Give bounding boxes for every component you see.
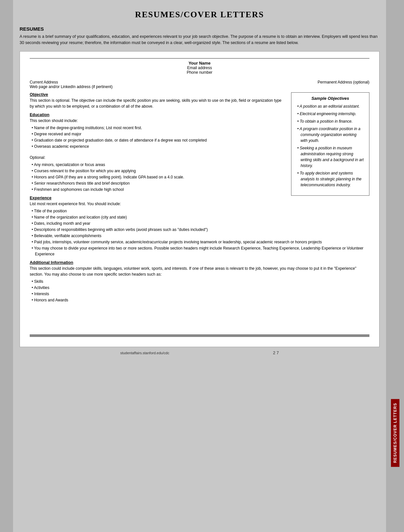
- edu-bullet-0: • Name of the degree-granting institutio…: [30, 125, 286, 131]
- page-number: 2 7: [273, 350, 279, 355]
- exp-bullet-5: • Paid jobs, internships, volunteer comm…: [30, 239, 369, 245]
- two-col-section: Objective This section is optional. The …: [30, 92, 369, 196]
- add-bullet-2: • Interests: [30, 291, 369, 297]
- exp-bullet-6: • You may choose to divide your experien…: [30, 245, 369, 257]
- bottom-rule: [30, 334, 369, 337]
- exp-bullet-3: • Descriptions of responsibilities begin…: [30, 227, 369, 233]
- address-left: Current Address Web page and/or LinkedIn…: [30, 80, 113, 89]
- right-tab: RESUMES/COVER LETTERS: [391, 399, 399, 467]
- add-bullet-0: • Skills: [30, 279, 369, 284]
- education-intro: This section should include:: [30, 118, 286, 124]
- left-col: Objective This section is optional. The …: [30, 92, 286, 196]
- experience-intro: List most recent experience first. You s…: [30, 201, 369, 207]
- main-content: RESUMES/COVER LETTERS RESUMES A resume i…: [13, 0, 386, 532]
- opt-bullet-0: • Any minors, specialization or focus ar…: [30, 162, 286, 168]
- sample-obj-4: • Seeking a position in museum administr…: [296, 145, 365, 169]
- exp-bullet-4: • Believable, verifiable accomplishments: [30, 233, 369, 239]
- opt-bullet-2: • Honors and GPA (if they are a strong s…: [30, 174, 286, 180]
- opt-bullet-1: • Courses relevant to the position for w…: [30, 168, 286, 174]
- edu-bullet-2: • Graduation date or projected graduatio…: [30, 137, 286, 143]
- resume-header: Your Name Email address Phone number: [30, 61, 369, 75]
- objective-section: Objective This section is optional. The …: [30, 92, 286, 109]
- exp-bullet-0: • Title of the position: [30, 208, 369, 214]
- objective-label: Objective: [30, 92, 286, 97]
- top-rule: [30, 58, 369, 59]
- right-border: RESUMES/COVER LETTERS: [386, 0, 404, 532]
- sample-obj-2: • To obtain a position in finance.: [296, 118, 365, 124]
- exp-bullet-2: • Dates, including month and year: [30, 220, 369, 226]
- sample-obj-1: • Electrical engineering internship.: [296, 111, 365, 117]
- education-label: Education: [30, 113, 286, 117]
- additional-section: Additional Information This section coul…: [30, 260, 369, 303]
- footer: studentaffairs.stanford.edu/cdc 2 7: [20, 350, 380, 355]
- left-border: [0, 0, 13, 532]
- page-wrapper: RESUMES/COVER LETTERS RESUMES A resume i…: [0, 0, 404, 532]
- sample-obj-0: • A position as an editorial assistant.: [296, 103, 365, 109]
- opt-bullet-3: • Senior research/honors thesis title an…: [30, 180, 286, 186]
- permanent-address: Permanent Address (optional): [318, 80, 369, 89]
- address-row: Current Address Web page and/or LinkedIn…: [30, 80, 369, 89]
- current-address: Current Address: [30, 80, 113, 84]
- sample-obj-3: • A program coordinator position in a co…: [296, 126, 365, 144]
- opt-bullet-4: • Freshmen and sophomores can include hi…: [30, 187, 286, 192]
- web-address: Web page and/or LinkedIn address (if per…: [30, 84, 113, 89]
- edu-bullet-3: • Overseas academic experience: [30, 144, 286, 149]
- experience-label: Experience: [30, 196, 369, 200]
- resume-box: Your Name Email address Phone number Cur…: [20, 51, 380, 347]
- edu-bullet-1: • Degree received and major: [30, 131, 286, 137]
- resumes-heading: RESUMES: [20, 26, 380, 32]
- optional-label: Optional:: [30, 155, 286, 160]
- additional-label: Additional Information: [30, 260, 369, 265]
- education-section: Education This section should include: •…: [30, 113, 286, 192]
- resumes-intro: A resume is a brief summary of your qual…: [20, 34, 380, 46]
- resume-phone: Phone number: [30, 70, 369, 75]
- add-bullet-1: • Activities: [30, 285, 369, 291]
- objective-text: This section is optional. The objective …: [30, 98, 286, 109]
- sample-objectives-box: Sample Objectives • A position as an edi…: [291, 92, 369, 196]
- experience-section: Experience List most recent experience f…: [30, 196, 369, 257]
- resume-email: Email address: [30, 66, 369, 70]
- sample-objectives-title: Sample Objectives: [296, 96, 365, 101]
- footer-url: studentaffairs.stanford.edu/cdc: [120, 351, 169, 355]
- page-title: RESUMES/COVER LETTERS: [20, 10, 380, 20]
- add-bullet-3: • Honors and Awards: [30, 297, 369, 303]
- resume-name: Your Name: [30, 61, 369, 66]
- additional-text: This section could include computer skil…: [30, 266, 369, 277]
- exp-bullet-1: • Name of the organization and location …: [30, 214, 369, 220]
- sample-obj-5: • To apply decision and systems analysis…: [296, 170, 365, 188]
